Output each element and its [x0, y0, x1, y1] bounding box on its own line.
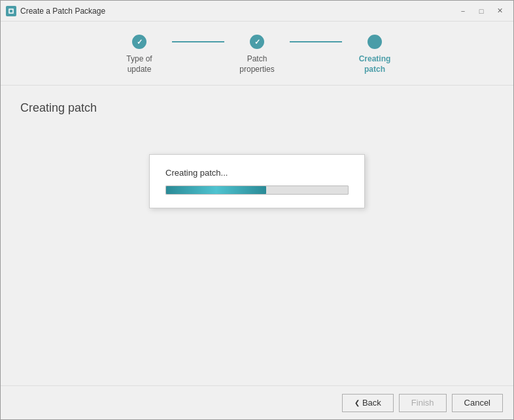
main-window: Create a Patch Package − □ ✕ Type of upd… [0, 0, 514, 420]
progress-dialog: Creating patch... [149, 154, 365, 208]
wizard-steps: Type of update Patch properties [1, 22, 513, 86]
maximize-button[interactable]: □ [473, 5, 490, 18]
steps-container: Type of update Patch properties [107, 35, 407, 74]
step-1-circle [132, 35, 146, 49]
step-2-check-icon [254, 38, 260, 46]
progress-message: Creating patch... [165, 168, 349, 178]
window-title: Create a Patch Package [20, 7, 454, 16]
step-type-of-update: Type of update [107, 35, 172, 74]
step-creating-patch: Creating patch [342, 35, 407, 74]
back-button[interactable]: Back [342, 394, 394, 412]
cancel-button[interactable]: Cancel [452, 394, 503, 412]
progress-bar-track [165, 186, 349, 195]
step-1-label: Type of update [126, 54, 152, 74]
minimize-button[interactable]: − [454, 5, 471, 18]
footer: Back Finish Cancel [1, 385, 513, 419]
content-area: Creating patch Creating patch... [1, 86, 513, 385]
step-2-label: Patch properties [239, 54, 274, 74]
step-patch-properties: Patch properties [224, 35, 290, 74]
step-3-circle [368, 35, 382, 49]
finish-button[interactable]: Finish [399, 394, 447, 412]
step-2-circle [250, 35, 264, 49]
close-button[interactable]: ✕ [491, 5, 508, 18]
app-icon [6, 6, 16, 16]
title-bar: Create a Patch Package − □ ✕ [1, 1, 513, 22]
step-1-check-icon [137, 38, 143, 46]
connector-2 [290, 41, 342, 42]
page-title: Creating patch [20, 101, 494, 115]
connector-1 [172, 41, 224, 42]
window-controls: − □ ✕ [454, 5, 508, 18]
progress-bar-fill [166, 186, 266, 194]
svg-rect-1 [10, 10, 12, 12]
step-3-label: Creating patch [359, 54, 391, 74]
